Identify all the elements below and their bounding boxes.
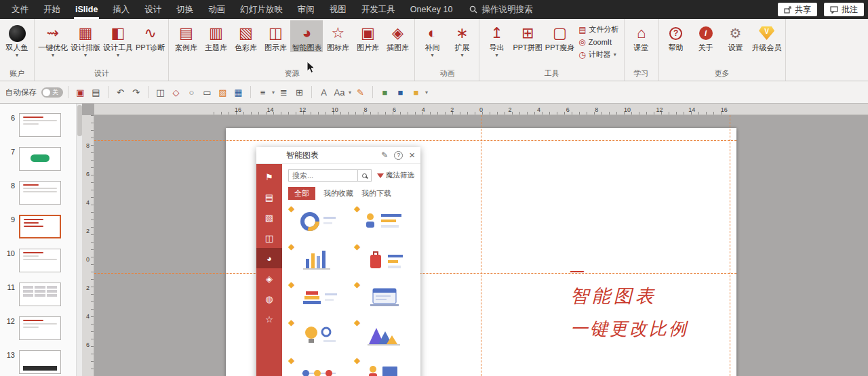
template-card-mountains[interactable]: ◆: [354, 320, 414, 350]
scrollbar-thumb[interactable]: [77, 105, 82, 136]
menu-tab-islide[interactable]: iSlide: [68, 0, 105, 19]
redo-icon[interactable]: ↷: [129, 85, 143, 100]
share-button[interactable]: 共享: [778, 3, 817, 16]
help-icon[interactable]: ?: [394, 151, 403, 160]
table-icon[interactable]: ⊞: [292, 85, 307, 100]
picture-library-button[interactable]: ▣ 图片库: [353, 20, 382, 52]
tab-favorites[interactable]: 我的收藏: [323, 188, 353, 199]
slide-thumbnail[interactable]: [19, 181, 61, 205]
outline-color-icon[interactable]: ▦: [231, 85, 245, 100]
template-card-person-bars[interactable]: ◆: [354, 207, 414, 236]
edit-icon[interactable]: ✎: [381, 150, 388, 160]
tab-all[interactable]: 全部: [288, 187, 315, 200]
account-button[interactable]: 双人鱼 ▾: [2, 20, 32, 58]
web-icon[interactable]: ◍: [256, 289, 282, 309]
swatch-green-icon[interactable]: ■: [378, 85, 392, 100]
color-icon[interactable]: ▧: [256, 207, 282, 228]
align-icon[interactable]: ≡: [256, 85, 270, 100]
panel-search-input[interactable]: [288, 169, 358, 182]
timer-button[interactable]: ◷ 计时器 ▾: [578, 49, 618, 60]
export-button[interactable]: ↥ 导出 ▾: [481, 20, 511, 58]
template-card-bulb[interactable]: ◆: [288, 320, 349, 350]
settings-button[interactable]: ⚙ 设置: [721, 20, 751, 52]
template-card-laptop[interactable]: ◆: [354, 283, 414, 312]
help-button[interactable]: ? 帮助: [661, 20, 691, 52]
case-library-button[interactable]: ▤ 案例库: [171, 20, 201, 52]
group-label-tools: 工具: [481, 67, 621, 81]
thumbnail-scrollbar[interactable]: [76, 104, 82, 376]
list-icon[interactable]: ≣: [277, 85, 291, 100]
template-card-luggage[interactable]: ◆: [354, 245, 414, 274]
theme-icon[interactable]: ▤: [256, 187, 282, 207]
swatch-yellow-icon[interactable]: ■: [409, 85, 423, 100]
about-button[interactable]: i 关于: [691, 20, 721, 52]
badge-icon[interactable]: ☆: [256, 309, 282, 329]
template-card-donut[interactable]: ◆: [288, 207, 349, 236]
slide-thumbnail-selected[interactable]: [19, 215, 61, 238]
close-icon[interactable]: ×: [409, 150, 415, 160]
smart-chart-icon[interactable]: ◕: [256, 248, 282, 268]
tab-downloads[interactable]: 我的下载: [361, 188, 391, 199]
relation-icon[interactable]: ◈: [256, 268, 282, 289]
menu-tab-animations[interactable]: 动画: [201, 0, 233, 19]
menu-tab-slideshow[interactable]: 幻灯片放映: [233, 0, 290, 19]
classroom-button[interactable]: ⌂ 课堂: [627, 20, 656, 52]
menu-tab-review[interactable]: 审阅: [290, 0, 322, 19]
diagram-icon[interactable]: ◫: [256, 228, 282, 248]
autosave-toggle[interactable]: 关: [41, 87, 63, 98]
menu-tab-onekey[interactable]: OneKey 10: [403, 0, 460, 19]
smart-chart-button[interactable]: ◕ 智能图表: [290, 20, 323, 52]
extend-button[interactable]: ∗ 扩展 ▾: [447, 20, 477, 58]
slide-thumbnail[interactable]: [19, 283, 61, 306]
zoomit-button[interactable]: ◎ ZoomIt: [578, 37, 618, 47]
panel-search-button[interactable]: [358, 169, 372, 182]
menu-tab-home[interactable]: 开始: [36, 0, 68, 19]
print-icon[interactable]: ▤: [89, 85, 103, 100]
menu-tab-transitions[interactable]: 切换: [169, 0, 201, 19]
pen-icon[interactable]: ✎: [353, 85, 368, 100]
theme-library-button[interactable]: ▥ 主题库: [201, 20, 231, 52]
icon-library-button[interactable]: ☆ 图标库: [323, 20, 353, 52]
slide-caption[interactable]: — 智能图表 一键更改比例: [570, 264, 688, 341]
menu-tab-design[interactable]: 设计: [137, 0, 169, 19]
ppt-diagnosis-button[interactable]: ∿ PPT诊断: [134, 20, 166, 52]
tell-me-search[interactable]: 操作说明搜索: [469, 4, 532, 16]
template-card-stack[interactable]: ◆: [288, 283, 349, 312]
slide-thumbnail[interactable]: [19, 350, 61, 374]
upgrade-member-button[interactable]: V 升级会员: [751, 20, 783, 52]
font-icon[interactable]: A: [317, 85, 331, 100]
menu-tab-view[interactable]: 视图: [322, 0, 354, 19]
comment-button[interactable]: 批注: [824, 3, 864, 16]
menu-tab-file[interactable]: 文件: [4, 0, 36, 19]
design-tools-button[interactable]: ◧ 设计工具 ▾: [102, 20, 134, 58]
file-analysis-button[interactable]: ▤ 文件分析: [578, 24, 618, 35]
shape-icon[interactable]: ◇: [169, 85, 183, 100]
diagram-library-button[interactable]: ◫ 图示库: [260, 20, 290, 52]
slide-thumbnail[interactable]: [19, 249, 61, 272]
ppt-slim-button[interactable]: ▢ PPT瘦身: [544, 20, 576, 52]
undo-icon[interactable]: ↶: [113, 85, 127, 100]
one-click-optimize-button[interactable]: ⇝ 一键优化 ▾: [37, 20, 69, 58]
menu-tab-insert[interactable]: 插入: [105, 0, 137, 19]
slide-thumbnail[interactable]: [19, 316, 61, 340]
fill-color-icon[interactable]: ▨: [216, 85, 230, 100]
save-icon[interactable]: ▣: [73, 85, 87, 100]
textbox-icon[interactable]: ▭: [200, 85, 214, 100]
ppt-puzzle-button[interactable]: ⊞ PPT拼图: [511, 20, 543, 52]
illustration-library-button[interactable]: ◈ 插图库: [382, 20, 412, 52]
template-card-timeline[interactable]: ◆: [288, 358, 349, 376]
copy-format-icon[interactable]: ◫: [153, 85, 167, 100]
ellipse-icon[interactable]: ○: [184, 85, 199, 100]
font-size-icon[interactable]: Aa: [332, 85, 347, 100]
color-library-button[interactable]: ▧ 色彩库: [231, 20, 260, 52]
tween-button[interactable]: ◐ 补间 ▾: [417, 20, 447, 58]
template-card-bar-chart[interactable]: ◆: [288, 245, 349, 274]
magic-filter-button[interactable]: 魔法筛选: [377, 171, 414, 180]
menu-tab-developer[interactable]: 开发工具: [354, 0, 403, 19]
case-icon[interactable]: ⚑: [256, 167, 282, 187]
slide-thumbnail[interactable]: [19, 113, 61, 137]
template-card-desk[interactable]: ◆: [354, 358, 414, 376]
design-layout-button[interactable]: ▦ 设计排版 ▾: [69, 20, 102, 58]
swatch-blue-icon[interactable]: ■: [393, 85, 408, 100]
slide-thumbnail[interactable]: [19, 147, 61, 171]
